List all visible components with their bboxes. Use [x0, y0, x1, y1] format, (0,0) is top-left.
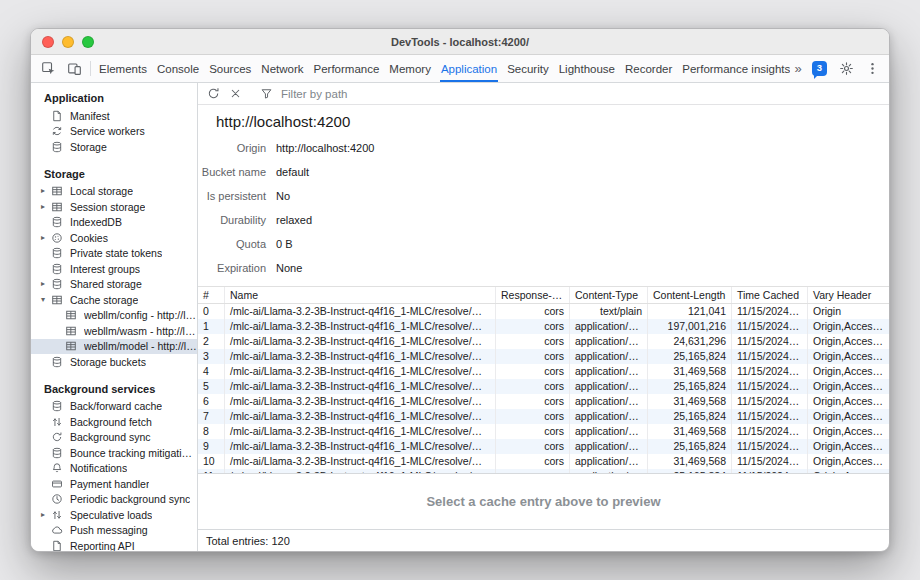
- sidebar-item-service-workers[interactable]: Service workers: [31, 124, 197, 140]
- tab-memory[interactable]: Memory: [384, 55, 436, 82]
- more-tabs-icon[interactable]: »: [790, 61, 805, 76]
- cache-entry-row[interactable]: 5/mlc-ai/Llama-3.2-3B-Instruct-q4f16_1-M…: [198, 379, 889, 394]
- expander-collapsed-icon[interactable]: ▸: [37, 203, 49, 211]
- sidebar-item-webllm-model-http-loc[interactable]: webllm/model - http://loc...: [31, 339, 197, 355]
- sidebar-item-label: Private state tokens: [70, 247, 162, 259]
- tab-console[interactable]: Console: [152, 55, 204, 82]
- inspect-cursor-icon[interactable]: [35, 55, 61, 82]
- sidebar-item-background-sync[interactable]: Background sync: [31, 430, 197, 446]
- refresh-button[interactable]: [203, 85, 223, 103]
- table-icon: [49, 185, 65, 197]
- cache-entry-row[interactable]: 10/mlc-ai/Llama-3.2-3B-Instruct-q4f16_1-…: [198, 454, 889, 469]
- tab-performance-insights[interactable]: Performance insights: [677, 55, 790, 82]
- sidebar-section-title: Application: [31, 87, 197, 108]
- minimize-window-button[interactable]: [62, 36, 74, 48]
- column-header-name[interactable]: Name: [224, 287, 495, 303]
- sidebar-item-label: Push messaging: [70, 524, 148, 536]
- sidebar-item-webllm-wasm-http-loca[interactable]: webllm/wasm - http://loca...: [31, 323, 197, 339]
- cache-entry-row[interactable]: 11/mlc-ai/Llama-3.2-3B-Instruct-q4f16_1-…: [198, 469, 889, 473]
- cache-entry-row[interactable]: 9/mlc-ai/Llama-3.2-3B-Instruct-q4f16_1-M…: [198, 439, 889, 454]
- sidebar-section-storage: Storage▸Local storage▸Session storageInd…: [31, 163, 197, 370]
- cache-entry-row[interactable]: 4/mlc-ai/Llama-3.2-3B-Instruct-q4f16_1-M…: [198, 364, 889, 379]
- sidebar-item-push-messaging[interactable]: Push messaging: [31, 523, 197, 539]
- window-titlebar[interactable]: DevTools - localhost:4200/: [31, 29, 889, 55]
- tab-lighthouse[interactable]: Lighthouse: [554, 55, 620, 82]
- column-header-content-type[interactable]: Content-Type: [569, 287, 647, 303]
- cache-storage-view: http://localhost:4200 Originhttp://local…: [198, 83, 889, 551]
- database-icon: [49, 447, 65, 459]
- zoom-window-button[interactable]: [82, 36, 94, 48]
- cache-entry-row[interactable]: 6/mlc-ai/Llama-3.2-3B-Instruct-q4f16_1-M…: [198, 394, 889, 409]
- delete-selected-button[interactable]: [225, 85, 245, 103]
- tab-application[interactable]: Application: [436, 55, 502, 82]
- sidebar-item-notifications[interactable]: Notifications: [31, 461, 197, 477]
- expander-collapsed-icon[interactable]: ▸: [37, 511, 49, 519]
- settings-gear-icon[interactable]: [833, 61, 859, 76]
- arrows-up-down-icon: [49, 509, 65, 521]
- expander-collapsed-icon[interactable]: ▸: [37, 234, 49, 242]
- sidebar-item-label: webllm/model - http://loc...: [84, 340, 197, 352]
- issues-badge[interactable]: 3: [812, 61, 827, 76]
- window-title: DevTools - localhost:4200/: [31, 36, 889, 48]
- column-header-response-type[interactable]: Response-Type: [495, 287, 569, 303]
- expander-collapsed-icon[interactable]: ▸: [37, 187, 49, 195]
- sidebar-item-reporting-api[interactable]: Reporting API: [31, 538, 197, 551]
- cache-entry-row[interactable]: 2/mlc-ai/Llama-3.2-3B-Instruct-q4f16_1-M…: [198, 334, 889, 349]
- expander-expanded-icon[interactable]: ▾: [37, 296, 49, 304]
- expander-collapsed-icon[interactable]: ▸: [37, 280, 49, 288]
- tab-network[interactable]: Network: [256, 55, 308, 82]
- close-window-button[interactable]: [42, 36, 54, 48]
- cell-name: /mlc-ai/Llama-3.2-3B-Instruct-q4f16_1-ML…: [224, 469, 495, 473]
- cache-entry-row[interactable]: 3/mlc-ai/Llama-3.2-3B-Instruct-q4f16_1-M…: [198, 349, 889, 364]
- filter-input[interactable]: [281, 88, 884, 100]
- sidebar-item-interest-groups[interactable]: Interest groups: [31, 261, 197, 277]
- column-header-time-cached[interactable]: Time Cached: [731, 287, 807, 303]
- cell-name: /mlc-ai/Llama-3.2-3B-Instruct-q4f16_1-ML…: [224, 454, 495, 469]
- sidebar-item-storage[interactable]: Storage: [31, 139, 197, 155]
- cache-entry-row[interactable]: 8/mlc-ai/Llama-3.2-3B-Instruct-q4f16_1-M…: [198, 424, 889, 439]
- sidebar-item-manifest[interactable]: Manifest: [31, 108, 197, 124]
- cell-content-length: 24,631,296: [647, 334, 731, 349]
- tab-sources[interactable]: Sources: [204, 55, 256, 82]
- cell-content-type: application/oc...: [569, 319, 647, 334]
- tab-performance[interactable]: Performance: [309, 55, 385, 82]
- sidebar-item-label: Cookies: [70, 232, 108, 244]
- sidebar-item-local-storage[interactable]: ▸Local storage: [31, 184, 197, 200]
- sidebar-item-cookies[interactable]: ▸Cookies: [31, 230, 197, 246]
- sidebar-item-back-forward-cache[interactable]: Back/forward cache: [31, 399, 197, 415]
- sidebar-item-storage-buckets[interactable]: Storage buckets: [31, 354, 197, 370]
- cell-time-cached: 11/15/2024, 10...: [731, 364, 807, 379]
- sidebar-item-indexeddb[interactable]: IndexedDB: [31, 215, 197, 231]
- table-icon: [63, 325, 79, 337]
- sidebar-item-cache-storage[interactable]: ▾Cache storage: [31, 292, 197, 308]
- more-options-icon[interactable]: [859, 61, 885, 76]
- sidebar-item-background-fetch[interactable]: Background fetch: [31, 414, 197, 430]
- metadata-label: Is persistent: [198, 190, 266, 202]
- tab-security[interactable]: Security: [502, 55, 554, 82]
- sidebar-item-webllm-config-http-loc[interactable]: webllm/config - http://loc...: [31, 308, 197, 324]
- cell-vary-header: Origin,Access...: [807, 469, 889, 473]
- tab-elements[interactable]: Elements: [94, 55, 152, 82]
- sidebar-item-session-storage[interactable]: ▸Session storage: [31, 199, 197, 215]
- sidebar-item-label: webllm/wasm - http://loca...: [84, 325, 197, 337]
- sidebar-item-periodic-background-sync[interactable]: Periodic background sync: [31, 492, 197, 508]
- cache-entry-row[interactable]: 1/mlc-ai/Llama-3.2-3B-Instruct-q4f16_1-M…: [198, 319, 889, 334]
- cache-entry-row[interactable]: 7/mlc-ai/Llama-3.2-3B-Instruct-q4f16_1-M…: [198, 409, 889, 424]
- sidebar-item-private-state-tokens[interactable]: Private state tokens: [31, 246, 197, 262]
- cell-time-cached: 11/15/2024, 10...: [731, 424, 807, 439]
- column-header-vary-header[interactable]: Vary Header: [807, 287, 889, 303]
- cell-content-type: application/oc...: [569, 349, 647, 364]
- sidebar-item-bounce-tracking-mitigations[interactable]: Bounce tracking mitigations: [31, 445, 197, 461]
- cell-content-length: 121,041: [647, 304, 731, 319]
- metadata-row-origin: Originhttp://localhost:4200: [198, 136, 889, 160]
- cell-response-type: cors: [495, 394, 569, 409]
- column-header-[interactable]: #: [198, 287, 224, 303]
- sidebar-item-speculative-loads[interactable]: ▸Speculative loads: [31, 507, 197, 523]
- device-toolbar-icon[interactable]: [61, 55, 87, 82]
- cache-entry-row[interactable]: 0/mlc-ai/Llama-3.2-3B-Instruct-q4f16_1-M…: [198, 304, 889, 319]
- sidebar-item-shared-storage[interactable]: ▸Shared storage: [31, 277, 197, 293]
- tab-recorder[interactable]: Recorder: [620, 55, 677, 82]
- column-header-content-length[interactable]: Content-Length: [647, 287, 731, 303]
- sidebar-item-label: Service workers: [70, 125, 145, 137]
- sidebar-item-payment-handler[interactable]: Payment handler: [31, 476, 197, 492]
